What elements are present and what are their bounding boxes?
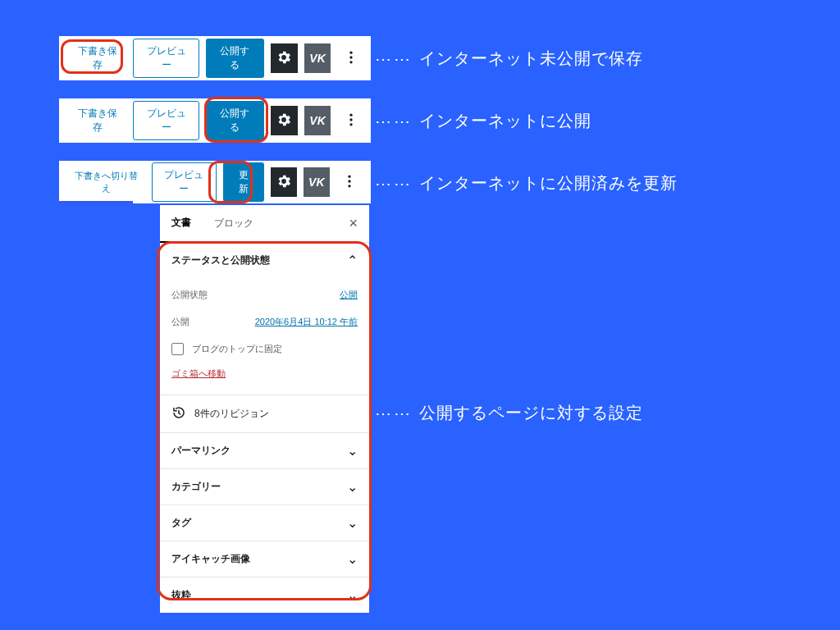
preview-button[interactable]: プレビュー <box>133 101 199 140</box>
row-sticky: ブログのトップに固定 <box>171 336 358 363</box>
gear-icon <box>276 173 292 192</box>
publish-label: 公開 <box>171 316 189 328</box>
sidebar-tabs: 文書 ブロック × <box>160 205 369 243</box>
callout-text: インターネットに公開 <box>419 110 591 132</box>
settings-button[interactable] <box>271 167 297 197</box>
editor-panel: 下書きへ切り替え プレビュー 更新 VK <box>59 161 371 203</box>
dots-leader: ⋯⋯ <box>375 112 413 131</box>
gear-icon <box>276 49 292 68</box>
section-title: アイキャッチ画像 <box>171 552 250 566</box>
section-title: ステータスと公開状態 <box>171 253 270 267</box>
vk-button[interactable]: VK <box>304 106 331 135</box>
preview-button[interactable]: プレビュー <box>133 39 199 78</box>
chevron-down-icon: ⌄ <box>347 587 358 603</box>
save-draft-button[interactable]: 下書き保存 <box>69 102 126 139</box>
publish-date-link[interactable]: 2020年6月4日 10:12 午前 <box>255 316 358 328</box>
dots-icon <box>341 173 358 192</box>
save-draft-button[interactable]: 下書き保存 <box>69 39 126 77</box>
visibility-label: 公開状態 <box>171 289 208 301</box>
section-permalink[interactable]: パーマリンク ⌄ <box>160 432 369 468</box>
close-icon: × <box>349 215 358 231</box>
tab-document[interactable]: 文書 <box>160 204 203 244</box>
chevron-down-icon: ⌄ <box>347 551 358 567</box>
chevron-down-icon: ⌄ <box>347 515 358 531</box>
callout-row1: ⋯⋯ インターネット未公開で保存 <box>375 48 643 70</box>
row-publish-date: 公開 2020年6月4日 10:12 午前 <box>171 308 358 336</box>
more-button[interactable] <box>337 43 364 73</box>
section-excerpt[interactable]: 抜粋 ⌄ <box>160 577 369 613</box>
active-tab-indicator <box>59 201 133 203</box>
document-sidebar: ステータスと公開状態 ⌃ 公開状態 公開 公開 2020年6月4日 10:12 … <box>160 243 369 613</box>
vk-button[interactable]: VK <box>304 43 331 73</box>
section-categories[interactable]: カテゴリー ⌄ <box>160 468 369 504</box>
section-title: 抜粋 <box>171 588 191 602</box>
sticky-checkbox[interactable] <box>171 343 184 355</box>
section-tags[interactable]: タグ ⌄ <box>160 504 369 541</box>
publish-button[interactable]: 公開する <box>206 39 264 78</box>
callout-row3: ⋯⋯ インターネットに公開済みを更新 <box>375 172 678 194</box>
switch-to-draft-button[interactable]: 下書きへ切り替え <box>67 165 145 199</box>
callout-row2: ⋯⋯ インターネットに公開 <box>375 110 591 132</box>
vk-button[interactable]: VK <box>304 167 330 197</box>
dots-leader: ⋯⋯ <box>375 49 413 69</box>
dots-icon <box>343 49 359 68</box>
callout-text: インターネットに公開済みを更新 <box>419 172 678 194</box>
preview-button[interactable]: プレビュー <box>152 162 217 202</box>
chevron-down-icon: ⌄ <box>347 479 358 495</box>
row-revisions[interactable]: 8件のリビジョン <box>160 395 369 432</box>
section-featured-image[interactable]: アイキャッチ画像 ⌄ <box>160 541 369 577</box>
section-status-body: 公開状態 公開 公開 2020年6月4日 10:12 午前 ブログのトップに固定… <box>160 278 369 395</box>
section-title: パーマリンク <box>171 444 231 458</box>
settings-button[interactable] <box>271 106 298 135</box>
visibility-value-link[interactable]: 公開 <box>340 289 358 301</box>
revisions-text: 8件のリビジョン <box>194 407 269 421</box>
dots-icon <box>343 112 359 130</box>
more-button[interactable] <box>336 167 363 197</box>
callout-text: 公開するページに対する設定 <box>419 402 643 424</box>
gear-icon <box>276 112 292 130</box>
update-button[interactable]: 更新 <box>223 162 263 202</box>
dots-leader: ⋯⋯ <box>375 174 413 194</box>
chevron-down-icon: ⌄ <box>347 443 358 459</box>
section-title: タグ <box>171 516 191 530</box>
vk-icon: VK <box>309 114 325 127</box>
row-visibility: 公開状態 公開 <box>171 281 358 308</box>
chevron-up-icon: ⌃ <box>347 253 358 268</box>
sticky-label: ブログのトップに固定 <box>192 343 282 355</box>
callout-sidebar: ⋯⋯ 公開するページに対する設定 <box>375 402 643 424</box>
vk-icon: VK <box>308 176 324 189</box>
move-to-trash-link[interactable]: ゴミ箱へ移動 <box>171 363 226 385</box>
callout-text: インターネット未公開で保存 <box>419 48 643 70</box>
publish-button[interactable]: 公開する <box>206 101 264 140</box>
close-sidebar-button[interactable]: × <box>349 215 358 232</box>
section-status[interactable]: ステータスと公開状態 ⌃ <box>160 243 369 278</box>
dots-leader: ⋯⋯ <box>375 404 413 423</box>
settings-button[interactable] <box>271 43 298 73</box>
more-button[interactable] <box>337 106 364 135</box>
vk-icon: VK <box>309 52 325 65</box>
section-title: カテゴリー <box>171 480 221 494</box>
history-icon <box>171 405 186 422</box>
tab-block[interactable]: ブロック <box>203 205 265 242</box>
